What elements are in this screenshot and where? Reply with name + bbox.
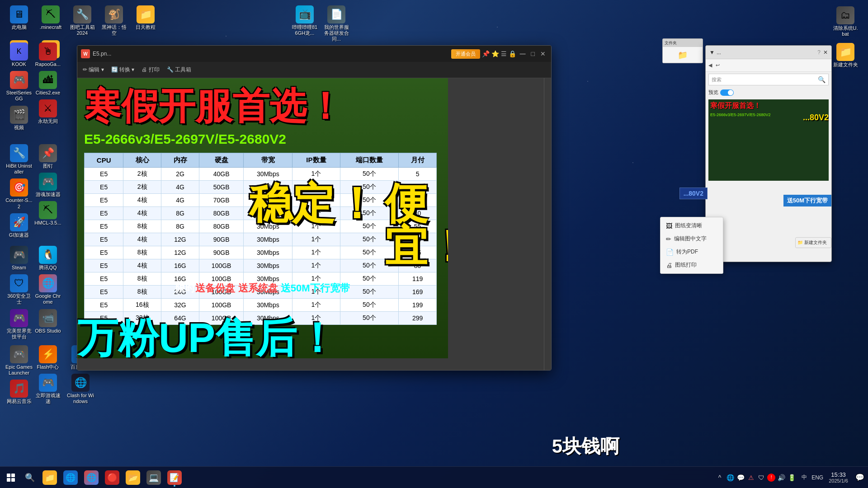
notification-button[interactable]: 💬 xyxy=(852,467,868,488)
icon-obs[interactable]: 📹 OBS Studio xyxy=(33,307,63,336)
taskbar-folder2[interactable]: 📂 xyxy=(123,468,143,488)
icon-minecraft[interactable]: ⛏ .minecraft xyxy=(35,4,66,38)
table-cell: 1个 xyxy=(292,168,340,181)
right-panel-help[interactable]: ? xyxy=(817,49,821,56)
icon-netease[interactable]: 🎵 网易云音乐 xyxy=(4,378,34,406)
taskbar-task-view[interactable]: 💻 xyxy=(144,468,164,488)
icon-立即游戏[interactable]: 🎮 立即游戏速递 xyxy=(33,372,63,406)
search-placeholder: 搜索 xyxy=(712,76,818,83)
preview-toggle: 预览 xyxy=(706,87,831,98)
table-cell: 8核 xyxy=(123,246,161,259)
window-toolbar: ✏ 编辑 ▾ 🔄 转换 ▾ 🖨 打印 🔧 工具箱 xyxy=(77,62,551,78)
icon-speedup[interactable]: 🎮 游魂加速器 xyxy=(33,171,63,199)
icon-daily-tutorials[interactable]: 📁 日天教程 xyxy=(130,4,161,38)
icon-counter[interactable]: 🎯 Counter-S...2 xyxy=(4,177,34,211)
toolbar-edit[interactable]: ✏ 编辑 ▾ xyxy=(83,66,104,74)
taskbar-chrome[interactable]: 🌐 xyxy=(81,468,101,488)
icon-epic[interactable]: 🎮 Epic Games Launcher xyxy=(4,343,34,378)
tray-battery-icon[interactable]: 🔋 xyxy=(787,473,796,482)
icon-video[interactable]: 🎬 视频 xyxy=(4,104,34,132)
table-cell: 16核 xyxy=(123,299,161,312)
icon-kook[interactable]: K KOOK xyxy=(4,41,34,69)
icon-outpost[interactable]: 📌 图钉 xyxy=(33,142,63,171)
toolbar-convert[interactable]: 🔄 转换 ▾ xyxy=(111,66,135,74)
svg-rect-3 xyxy=(11,478,15,482)
icon-hibit[interactable]: 🔧 HiBit Uninstaller xyxy=(4,142,34,177)
table-cell: 1个 xyxy=(292,259,340,272)
pin-icon[interactable]: 📌 xyxy=(482,50,490,57)
icon-hmcl[interactable]: ⛏ HMCL-3.5... xyxy=(33,199,63,228)
lock-icon[interactable]: 🔒 xyxy=(509,50,516,57)
tray-chat-icon[interactable]: 💬 xyxy=(736,473,745,482)
star-icon[interactable]: ⭐ xyxy=(491,50,499,57)
right-panel-close[interactable]: ✕ xyxy=(823,49,828,56)
cm-clear-drawing[interactable]: 🖼 图纸变清晰 xyxy=(660,219,723,232)
icon-clash[interactable]: 🌐 Clash for Windows xyxy=(65,372,96,406)
tray-expand[interactable]: ^ xyxy=(715,473,724,482)
icon-clean-bat[interactable]: 🗂 清除系统U.bat xyxy=(830,5,861,39)
maximize-button[interactable]: □ xyxy=(529,50,537,57)
table-cell: 16G xyxy=(161,259,199,272)
table-cell: 100GB xyxy=(199,299,243,312)
icon-black-myth[interactable]: 🐒 黑神话：悟空 xyxy=(99,4,129,38)
icon-steam[interactable]: 🎮 Steam xyxy=(4,244,34,272)
ime-indicator[interactable]: 中 xyxy=(799,474,810,481)
icon-rapoo[interactable]: 🖱 RapooGa... xyxy=(33,41,63,69)
right-panel-back[interactable]: ↩ xyxy=(716,62,720,68)
search-icon[interactable]: 🔍 xyxy=(818,76,826,83)
icon-this-pc[interactable]: 🖥 此电脑 xyxy=(4,4,34,38)
icon-cities2[interactable]: 🏙 Cities2.exe xyxy=(33,69,63,98)
tray-network-icon[interactable]: 🌐 xyxy=(726,473,735,482)
icon-tencent-qq[interactable]: 🐧 腾讯QQ xyxy=(33,244,63,272)
table-cell: 2核 xyxy=(123,181,161,194)
table-cell: E5 xyxy=(85,220,123,233)
icon-steelseries[interactable]: 🎮 SteelSeries GG xyxy=(4,69,34,103)
col-price: 月付 xyxy=(399,153,437,168)
menu-icon[interactable]: ☰ xyxy=(501,50,507,57)
scrollbar[interactable] xyxy=(544,78,551,370)
taskbar-edge[interactable]: 🌐 xyxy=(61,468,80,488)
icon-bilibili[interactable]: 📺 哔哩哔哩816GH龙... xyxy=(289,4,320,44)
tray-antivirus-icon[interactable]: 🛡 xyxy=(757,473,766,482)
icon-yongjiu[interactable]: ⚔ 永劫无间 xyxy=(33,98,63,126)
table-cell: E5 xyxy=(85,194,123,207)
icon-perfect-world[interactable]: 🎮 完美世界竞技平台 xyxy=(4,307,34,342)
vip-button[interactable]: 开通会员 xyxy=(451,49,480,59)
toolbar-print[interactable]: 🖨 打印 xyxy=(142,66,159,74)
table-cell: 50个 xyxy=(340,299,399,312)
preview-80v2: ...80V2 xyxy=(803,113,829,122)
icon-google-chrome[interactable]: 🌐 Google Chrome xyxy=(33,272,63,307)
new-folder-button[interactable]: 📁 新建文件夹 xyxy=(795,237,831,248)
table-cell: 4核 xyxy=(123,259,161,272)
preview-area: 寒假开服首选！ E5-2666v3/E5-2697V/E5-2680V2 ...… xyxy=(708,99,829,181)
cm-to-pdf[interactable]: 📄 转为PDF xyxy=(660,245,723,258)
icon-new-folder[interactable]: 📁 新建文件夹 xyxy=(830,41,861,70)
minimize-button[interactable]: ─ xyxy=(518,49,528,59)
icon-360safe[interactable]: 🛡 360安全卫士 xyxy=(4,272,34,307)
taskbar-file-explorer[interactable]: 📁 xyxy=(40,468,60,488)
window-filename: E5.pn... xyxy=(93,51,448,57)
table-cell: E5 xyxy=(85,299,123,312)
cm-edit-text[interactable]: ✏ 编辑图中文字 xyxy=(660,232,723,245)
tray-security-icon[interactable]: ⚠ xyxy=(746,473,755,482)
icon-flash[interactable]: ⚡ Flash中心 xyxy=(33,343,63,372)
taskbar-wps[interactable]: 📝 xyxy=(165,468,184,488)
taskbar-qqbrowser[interactable]: 🔴 xyxy=(102,468,122,488)
icon-gi-acc[interactable]: 🚀 GI加速器 xyxy=(4,211,34,240)
server-table: CPU 核心 内存 硬盘 带宽 IP数量 端口数量 月付 E52核2G xyxy=(84,153,437,325)
close-button[interactable]: ✕ xyxy=(538,50,547,57)
preview-switch[interactable] xyxy=(720,89,734,96)
table-cell: 299 xyxy=(399,312,437,325)
table-cell: 30Mbps xyxy=(244,168,292,181)
icon-photo-tools[interactable]: 🔧 图吧工具箱2024 xyxy=(67,4,98,38)
table-cell: 8核 xyxy=(123,220,161,233)
taskbar-search-button[interactable]: 🔍 xyxy=(22,469,38,486)
tray-volume-icon[interactable]: 🔊 xyxy=(777,473,786,482)
tray-red-icon[interactable]: ! xyxy=(767,474,775,482)
taskbar-clock[interactable]: 15:33 2025/1/6 xyxy=(825,471,852,483)
start-button[interactable] xyxy=(0,467,22,488)
toolbar-tools[interactable]: 🔧 工具箱 xyxy=(167,66,191,74)
table-cell: E5 xyxy=(85,168,123,181)
icon-world-server[interactable]: 📄 我的世界服务器研发合同... xyxy=(321,4,352,44)
cm-print[interactable]: 🖨 图纸打印 xyxy=(660,258,723,272)
